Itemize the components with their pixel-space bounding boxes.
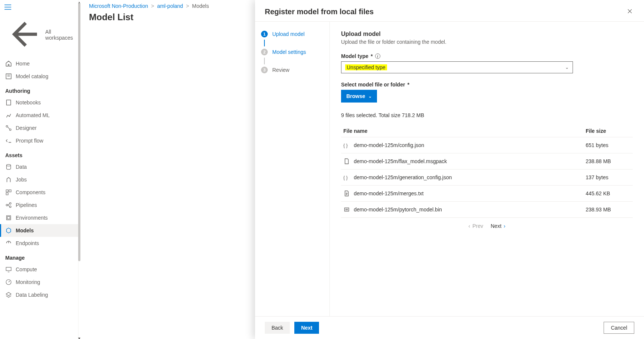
pipelines-icon xyxy=(5,202,12,208)
required-asterisk: * xyxy=(371,53,372,59)
svg-rect-17 xyxy=(344,208,349,211)
sidebar-item-label: Compute xyxy=(16,266,37,272)
sidebar-item-notebooks[interactable]: Notebooks xyxy=(0,96,78,109)
next-page-button[interactable]: Next › xyxy=(491,223,505,229)
sidebar-item-models[interactable]: Models xyxy=(0,224,78,237)
browse-button-label: Browse xyxy=(346,93,365,99)
sidebar-item-environments[interactable]: Environments xyxy=(0,211,78,224)
breadcrumb-separator: > xyxy=(151,3,154,9)
labeling-icon xyxy=(5,291,12,298)
sidebar-item-label: Models xyxy=(16,227,34,233)
panel-header: Register model from local files xyxy=(255,0,644,22)
table-row[interactable]: { }demo-model-125m/generation_config.jso… xyxy=(341,170,633,186)
chevron-down-icon: ⌄ xyxy=(565,65,569,70)
sidebar: All workspaces Home Model catalog Author… xyxy=(0,0,79,339)
register-model-panel: Register model from local files 1 Upload… xyxy=(255,0,644,339)
required-asterisk: * xyxy=(407,82,409,88)
model-type-dropdown[interactable]: Unspecified type ⌄ xyxy=(341,61,573,73)
step-model-settings[interactable]: 2 Model settings xyxy=(261,49,323,55)
notebook-icon xyxy=(5,99,12,106)
selection-summary: 9 files selected. Total size 718.2 MB xyxy=(341,112,633,118)
designer-icon xyxy=(5,125,12,131)
sidebar-item-label: Jobs xyxy=(16,177,27,183)
back-button[interactable]: Back xyxy=(265,322,290,334)
sidebar-item-label: Designer xyxy=(16,125,37,131)
all-workspaces-link[interactable]: All workspaces xyxy=(0,12,78,57)
automl-icon xyxy=(5,112,12,119)
sidebar-item-data-labeling[interactable]: Data Labeling xyxy=(0,288,78,301)
svg-rect-13 xyxy=(6,267,11,271)
file-name-cell: demo-model-125m/merges.txt xyxy=(354,190,586,196)
components-icon xyxy=(5,189,12,196)
sidebar-item-label: Notebooks xyxy=(16,100,41,106)
file-size-cell: 137 bytes xyxy=(586,174,631,180)
column-file-size: File size xyxy=(586,128,631,134)
arrow-left-icon xyxy=(5,16,42,54)
sidebar-item-label: Automated ML xyxy=(16,112,50,118)
browse-button[interactable]: Browse ⌄ xyxy=(341,90,377,103)
sidebar-item-components[interactable]: Components xyxy=(0,186,78,199)
environments-icon xyxy=(5,214,12,221)
sidebar-item-data[interactable]: Data xyxy=(0,161,78,173)
data-icon xyxy=(5,164,12,170)
close-button[interactable] xyxy=(625,7,634,17)
sidebar-section-assets: Assets xyxy=(0,147,78,161)
sidebar-item-label: Data Labeling xyxy=(16,292,48,298)
all-workspaces-label: All workspaces xyxy=(45,29,73,41)
table-row[interactable]: { }demo-model-125m/config.json651 bytes xyxy=(341,137,633,153)
file-size-cell: 445.62 KB xyxy=(586,190,631,196)
info-icon[interactable]: i xyxy=(375,54,380,59)
sidebar-section-manage: Manage xyxy=(0,250,78,263)
step-upload-model[interactable]: 1 Upload model xyxy=(261,31,323,37)
sidebar-item-label: Components xyxy=(16,189,45,195)
chevron-down-icon: ⌄ xyxy=(368,94,372,99)
svg-point-4 xyxy=(6,164,10,166)
step-number-icon: 1 xyxy=(261,31,268,37)
breadcrumb-link-2[interactable]: aml-poland xyxy=(157,3,183,9)
chevron-right-icon: › xyxy=(504,223,506,229)
step-number-icon: 3 xyxy=(261,67,268,73)
main-content: Microsoft Non-Production > aml-poland > … xyxy=(79,0,644,339)
file-name-cell: demo-model-125m/pytorch_model.bin xyxy=(354,207,586,213)
section-heading: Upload model xyxy=(341,31,633,37)
panel-content: Upload model Upload the file or folder c… xyxy=(330,22,644,316)
sidebar-item-home[interactable]: Home xyxy=(0,57,78,70)
table-row[interactable]: demo-model-125m/flax_model.msgpack238.88… xyxy=(341,153,633,170)
sidebar-item-jobs[interactable]: Jobs xyxy=(0,173,78,186)
svg-point-10 xyxy=(9,206,11,208)
file-size-cell: 651 bytes xyxy=(586,142,631,148)
hamburger-menu[interactable] xyxy=(0,3,78,12)
sidebar-item-label: Model catalog xyxy=(16,73,48,79)
file-name-cell: demo-model-125m/config.json xyxy=(354,142,586,148)
compute-icon xyxy=(5,266,12,273)
sidebar-item-designer[interactable]: Designer xyxy=(0,122,78,134)
svg-point-2 xyxy=(6,125,8,127)
file-type-icon xyxy=(343,206,350,213)
table-row[interactable]: demo-model-125m/pytorch_model.bin238.93 … xyxy=(341,202,633,218)
file-name-cell: demo-model-125m/generation_config.json xyxy=(354,174,586,180)
svg-point-9 xyxy=(9,202,11,204)
table-row[interactable]: demo-model-125m/merges.txt445.62 KB xyxy=(341,186,633,202)
file-table: File name File size { }demo-model-125m/c… xyxy=(341,125,633,218)
svg-point-8 xyxy=(6,204,8,206)
next-button[interactable]: Next xyxy=(294,322,319,334)
sidebar-item-endpoints[interactable]: Endpoints xyxy=(0,237,78,250)
endpoints-icon xyxy=(5,240,12,247)
sidebar-item-automated-ml[interactable]: Automated ML xyxy=(0,109,78,122)
svg-text:{ }: { } xyxy=(343,143,348,148)
sidebar-item-pipelines[interactable]: Pipelines xyxy=(0,199,78,211)
step-label: Review xyxy=(272,67,289,73)
breadcrumb-link-1[interactable]: Microsoft Non-Production xyxy=(89,3,148,9)
panel-title: Register model from local files xyxy=(265,7,374,16)
sidebar-item-label: Environments xyxy=(16,215,48,221)
sidebar-item-monitoring[interactable]: Monitoring xyxy=(0,276,78,288)
cancel-button[interactable]: Cancel xyxy=(604,322,634,334)
file-type-icon xyxy=(343,190,350,197)
sidebar-item-model-catalog[interactable]: Model catalog xyxy=(0,70,78,83)
sidebar-item-prompt-flow[interactable]: Prompt flow xyxy=(0,134,78,147)
prompt-icon xyxy=(5,137,12,144)
sidebar-section-authoring: Authoring xyxy=(0,83,78,96)
sidebar-item-compute[interactable]: Compute xyxy=(0,263,78,276)
prev-page-button: ‹ Prev xyxy=(469,223,483,229)
hamburger-icon xyxy=(4,4,11,11)
